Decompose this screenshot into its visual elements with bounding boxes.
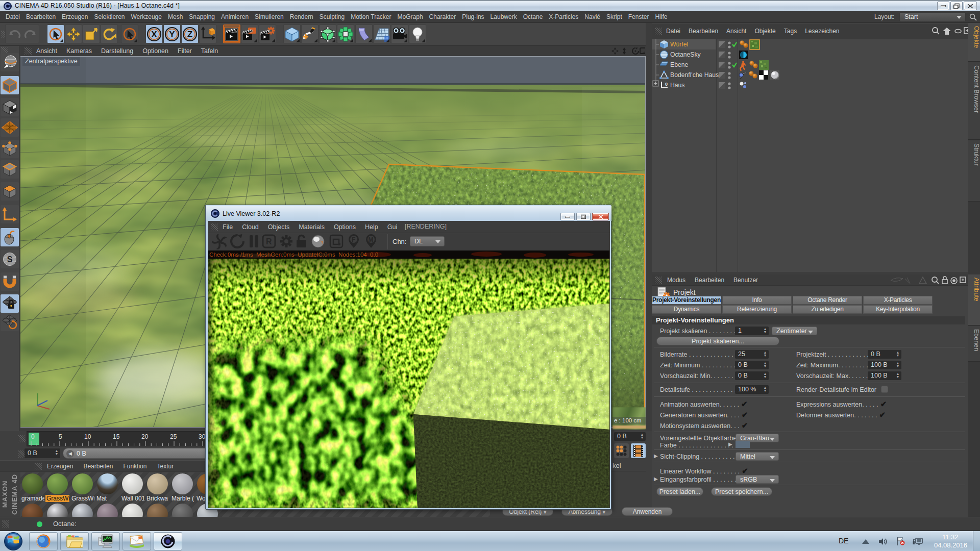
svg-text:Würfel: Würfel bbox=[670, 41, 688, 48]
svg-text:Y: Y bbox=[169, 30, 175, 39]
svg-text:Haus: Haus bbox=[670, 82, 684, 89]
svg-text:S: S bbox=[7, 255, 13, 264]
svg-text:Z: Z bbox=[187, 30, 192, 39]
svg-text:OctaneSky: OctaneSky bbox=[670, 51, 701, 58]
svg-text:M: M bbox=[369, 236, 374, 243]
svg-text:R: R bbox=[266, 237, 272, 246]
svg-text:Ebene: Ebene bbox=[670, 61, 688, 68]
svg-text:0: 0 bbox=[31, 433, 35, 440]
svg-text:10: 10 bbox=[84, 433, 91, 440]
svg-text:Bodenfl'che Haus: Bodenfl'che Haus bbox=[670, 71, 719, 79]
svg-text:15: 15 bbox=[113, 433, 120, 440]
svg-text:F: F bbox=[352, 236, 355, 243]
svg-text:25: 25 bbox=[170, 433, 177, 440]
svg-text:30: 30 bbox=[199, 433, 206, 440]
svg-text:5: 5 bbox=[59, 433, 62, 440]
svg-text:X: X bbox=[151, 30, 157, 39]
svg-text:0: 0 bbox=[665, 82, 668, 87]
svg-text:20: 20 bbox=[141, 433, 149, 440]
